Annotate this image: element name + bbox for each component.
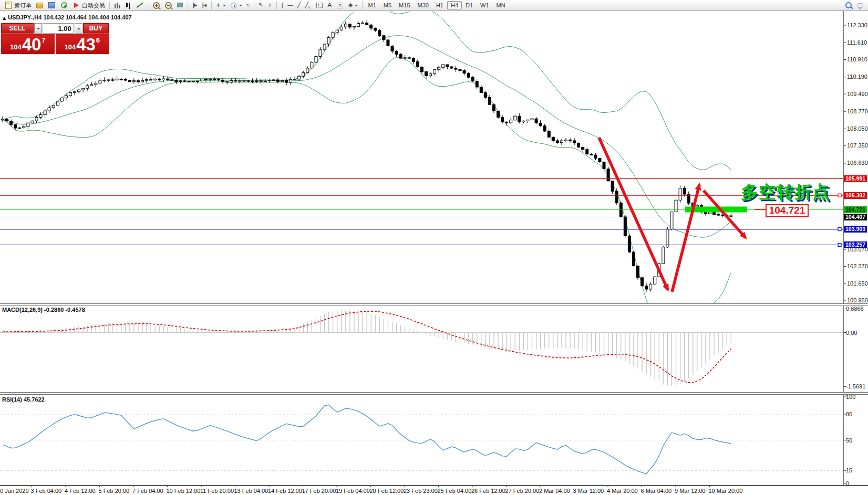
- zoom-out-button[interactable]: [162, 0, 174, 10]
- buy-button[interactable]: BUY: [83, 23, 109, 34]
- navigator-button[interactable]: [58, 0, 70, 10]
- chevron-down-icon: [355, 5, 358, 8]
- price-callout-box[interactable]: 104.721: [766, 204, 809, 217]
- chat-button[interactable]: [854, 0, 866, 10]
- chart-canvas[interactable]: [0, 0, 868, 495]
- crosshair-button[interactable]: +: [265, 0, 274, 10]
- auto-scroll-button[interactable]: |◂: [200, 0, 209, 10]
- trendline-button[interactable]: ╱: [295, 0, 303, 10]
- zoom-out-icon: [165, 2, 172, 9]
- price-tick-label: 102.370: [847, 263, 868, 269]
- search-button[interactable]: [843, 0, 854, 10]
- volume-increase-button[interactable]: [75, 23, 82, 34]
- price-tick-label: 100.950: [847, 297, 868, 303]
- candlestick-chart-button[interactable]: [123, 0, 134, 10]
- line-chart-button[interactable]: [134, 0, 146, 10]
- time-axis-label: 6 Mar 04:00: [641, 488, 672, 494]
- chart-shift-button[interactable]: |▸: [190, 0, 200, 10]
- vertical-line-icon: |: [281, 2, 283, 9]
- collapse-panel-icon[interactable]: ▲: [3, 16, 6, 20]
- pane-separator[interactable]: [0, 303, 868, 306]
- toolbar-separator: [109, 2, 110, 9]
- new-chart-icon: +: [216, 2, 221, 9]
- buy-price-point: 6: [96, 36, 100, 44]
- macd-axis-label: -1.5691: [846, 383, 865, 389]
- text-button[interactable]: A: [326, 0, 334, 10]
- cursor-icon: ↖: [259, 2, 263, 9]
- time-axis-label: 27 Feb 20:00: [505, 488, 540, 494]
- mt4-terminal: { "toolbar": { "new_order_label": "新订单",…: [0, 0, 868, 495]
- equidistant-channel-button[interactable]: ╱E: [303, 0, 313, 10]
- autotrading-button[interactable]: 自动交易: [70, 0, 107, 10]
- chat-icon: [857, 3, 863, 8]
- timeframe-button-m1[interactable]: M1: [365, 1, 380, 9]
- time-axis-label: 25 Feb 04:00: [438, 488, 472, 494]
- buy-price-button[interactable]: 104436: [56, 34, 109, 54]
- pane-separator[interactable]: [0, 392, 868, 395]
- rsi-axis-label: 80: [846, 411, 852, 417]
- symbol-info-line: ▲USDJPY-,H4 104.432 104.464 104.404 104.…: [3, 14, 132, 20]
- autotrading-label: 自动交易: [82, 2, 105, 9]
- text-icon: A: [328, 2, 332, 9]
- price-tick-label: 107.350: [847, 142, 868, 149]
- volume-decrease-button[interactable]: [34, 23, 42, 34]
- text-label-button[interactable]: T: [334, 0, 346, 10]
- period-clock-icon: [231, 3, 236, 8]
- indicators-button[interactable]: ≈: [244, 0, 252, 10]
- timeframe-button-mn[interactable]: MN: [493, 1, 509, 9]
- vertical-line-button[interactable]: |: [279, 0, 285, 10]
- chevron-down-icon: [239, 5, 242, 8]
- sell-price-figure: 104: [10, 43, 22, 51]
- timeframe-button-w1[interactable]: W1: [477, 1, 493, 9]
- macd-axis-label: 0.6866: [846, 306, 864, 312]
- cursor-button[interactable]: ↖: [256, 0, 265, 10]
- arrows-button[interactable]: ◈: [346, 0, 359, 10]
- time-axis-label: 4 Feb 12:00: [65, 488, 96, 494]
- timeframe-button-d1[interactable]: D1: [462, 1, 477, 9]
- time-axis-label: 19 Feb 04:00: [336, 488, 370, 494]
- market-watch-button[interactable]: [34, 0, 46, 10]
- timeframe-button-h4[interactable]: H4: [447, 1, 462, 9]
- price-tick-label: 111.610: [847, 39, 867, 46]
- period-button[interactable]: [228, 0, 244, 10]
- price-level-badge: 105.991: [844, 175, 867, 182]
- timeframe-button-m5[interactable]: M5: [380, 1, 395, 9]
- timeframe-button-m15[interactable]: M15: [395, 1, 414, 9]
- timeframe-button-h1[interactable]: H1: [432, 1, 447, 9]
- macd-label: MACD(12,26,9) -0.2860 -0.4578: [2, 307, 85, 313]
- rsi-value: 45.7622: [24, 396, 45, 403]
- toolbar-separator: [211, 2, 212, 9]
- price-tick-label: 110.190: [847, 73, 867, 80]
- turning-point-annotation[interactable]: 多空转折点: [741, 181, 830, 204]
- time-axis-label: 10 Mar 20:00: [709, 488, 743, 494]
- new-order-icon: [5, 2, 12, 9]
- fibonacci-button[interactable]: F: [313, 0, 326, 10]
- new-order-button[interactable]: 新订单: [2, 0, 34, 10]
- time-axis-label: 11 Feb 20:00: [200, 488, 234, 494]
- tile-windows-button[interactable]: [174, 0, 185, 10]
- time-axis-label: 14 Feb 12:00: [268, 488, 302, 494]
- new-chart-button[interactable]: +: [214, 0, 228, 10]
- timeframe-toolbar: M1M5M15M30H1H4D1W1MN: [365, 1, 509, 9]
- rsi-axis-label: 0: [846, 480, 849, 487]
- trendline-icon: ╱: [297, 2, 301, 9]
- rsi-label: RSI(14) 45.7622: [2, 396, 45, 403]
- volume-input[interactable]: [43, 23, 74, 34]
- timeframe-button-m30[interactable]: M30: [414, 1, 432, 9]
- price-level-badge: 103.257: [844, 241, 867, 248]
- time-axis-label: 3 Mar 12:00: [573, 488, 604, 494]
- price-level-badge: 103.903: [844, 226, 867, 233]
- price-tick-label: 106.630: [847, 160, 868, 166]
- horizontal-line-button[interactable]: —: [285, 0, 295, 10]
- sell-button[interactable]: SELL: [1, 23, 34, 34]
- buy-price-pips: 43: [76, 37, 96, 52]
- bar-chart-button[interactable]: [112, 0, 123, 10]
- data-window-button[interactable]: [46, 0, 58, 10]
- text-label-icon: T: [337, 3, 343, 8]
- tile-windows-icon: [177, 3, 183, 8]
- data-window-icon: [48, 2, 55, 8]
- zoom-in-button[interactable]: [150, 0, 162, 10]
- sell-price-button[interactable]: 104407: [1, 34, 55, 54]
- price-tick-label: 108.770: [847, 108, 868, 114]
- time-axis-label: 23 Feb 23:00: [404, 488, 438, 494]
